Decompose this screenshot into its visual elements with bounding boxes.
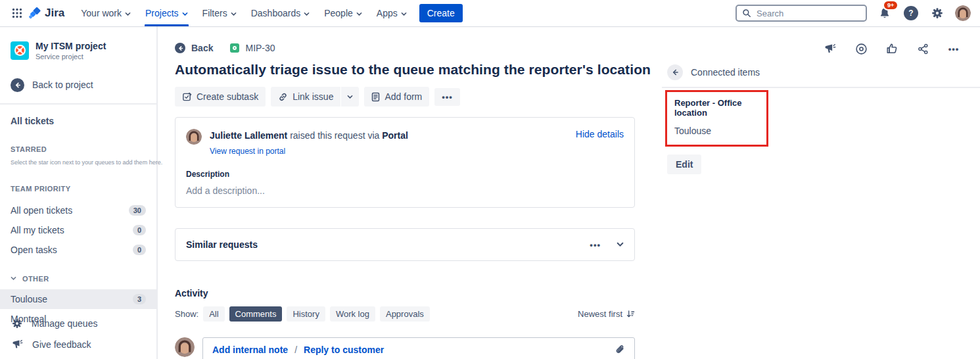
give-feedback[interactable]: Give feedback bbox=[11, 334, 146, 355]
global-search[interactable] bbox=[735, 5, 867, 22]
description-placeholder[interactable]: Add a description... bbox=[186, 185, 624, 196]
divider bbox=[0, 103, 156, 105]
nav-item-dashboards[interactable]: Dashboards bbox=[244, 0, 317, 26]
notifications-bell-icon[interactable]: 9+ bbox=[876, 5, 893, 22]
back-arrow-icon bbox=[11, 78, 24, 92]
settings-gear-icon[interactable] bbox=[929, 5, 946, 22]
link-issue-group: Link issue bbox=[271, 87, 359, 107]
create-subtask-button[interactable]: Create subtask bbox=[175, 87, 266, 107]
give-feedback-label: Give feedback bbox=[32, 339, 91, 350]
jira-logo-text: Jira bbox=[45, 7, 64, 20]
search-icon bbox=[742, 9, 751, 18]
other-section-toggle[interactable]: OTHER bbox=[11, 275, 146, 283]
vote-thumbs-up-icon[interactable] bbox=[885, 42, 898, 55]
attachment-paperclip-icon[interactable] bbox=[615, 345, 625, 355]
issue-title[interactable]: Automatically triage issue to the queue … bbox=[175, 62, 661, 78]
jira-logo[interactable]: Jira bbox=[29, 7, 64, 20]
share-icon[interactable] bbox=[916, 42, 929, 55]
reply-to-customer-link[interactable]: Reply to customer bbox=[304, 345, 384, 355]
nav-item-people[interactable]: People bbox=[317, 0, 369, 26]
sidebar-item-all-tickets[interactable]: All tickets bbox=[11, 116, 146, 126]
sidebar-item-open-tasks[interactable]: Open tasks 0 bbox=[0, 240, 156, 260]
app-switcher-icon[interactable] bbox=[7, 3, 28, 24]
issue-key-breadcrumb[interactable]: MIP-30 bbox=[230, 43, 275, 53]
description-label: Description bbox=[186, 170, 624, 179]
issue-view: Back MIP-30 Automatically triage issue t… bbox=[158, 26, 661, 359]
project-header: My ITSM project Service project bbox=[11, 41, 146, 60]
more-actions-button[interactable]: ••• bbox=[434, 88, 460, 106]
back-to-project-label: Back to project bbox=[32, 80, 93, 90]
link-issue-dropdown[interactable] bbox=[340, 87, 359, 107]
back-arrow-icon bbox=[175, 43, 185, 53]
reporter-avatar[interactable] bbox=[186, 129, 202, 145]
reporter-name: Juliette Lallement bbox=[210, 130, 287, 141]
more-options-icon[interactable]: ••• bbox=[947, 42, 960, 55]
nav-item-projects[interactable]: Projects bbox=[138, 0, 195, 26]
comment-input[interactable]: Add internal note / Reply to customer bbox=[202, 337, 635, 359]
manage-queues[interactable]: Manage queues bbox=[11, 313, 146, 334]
filter-approvals[interactable]: Approvals bbox=[380, 306, 430, 322]
filter-comments[interactable]: Comments bbox=[229, 306, 283, 322]
nav-item-your-work[interactable]: Your work bbox=[74, 0, 138, 26]
nav-item-filters[interactable]: Filters bbox=[195, 0, 244, 26]
add-form-button[interactable]: Add form bbox=[364, 87, 429, 107]
queue-count-badge: 0 bbox=[133, 225, 146, 235]
edit-button[interactable]: Edit bbox=[667, 155, 701, 174]
project-sidebar: My ITSM project Service project Back to … bbox=[0, 26, 158, 359]
current-user-avatar bbox=[175, 337, 195, 357]
similar-requests-more-icon[interactable]: ••• bbox=[590, 241, 601, 249]
panel-back-icon[interactable] bbox=[667, 64, 683, 80]
feedback-megaphone-icon[interactable] bbox=[824, 42, 837, 55]
primary-nav: Your work Projects Filters Dashboards Pe… bbox=[74, 0, 413, 26]
chevron-down-icon[interactable] bbox=[617, 242, 624, 247]
add-internal-note-link[interactable]: Add internal note bbox=[212, 345, 288, 355]
form-icon bbox=[371, 92, 380, 102]
request-origin-text: Juliette Lallement raised this request v… bbox=[210, 129, 408, 143]
issue-type-icon bbox=[230, 43, 239, 53]
request-details-card: Juliette Lallement raised this request v… bbox=[175, 117, 635, 208]
manage-queues-label: Manage queues bbox=[32, 318, 97, 329]
sort-order-control[interactable]: Newest first bbox=[578, 309, 635, 319]
back-button[interactable]: Back bbox=[175, 43, 213, 53]
help-icon[interactable]: ? bbox=[902, 5, 920, 22]
link-icon bbox=[278, 92, 288, 102]
connected-items-title: Connected items bbox=[691, 67, 760, 78]
right-panel: ••• Connected items Reporter - Office lo… bbox=[661, 26, 980, 359]
sidebar-item-all-open-tickets[interactable]: All open tickets 30 bbox=[0, 201, 156, 220]
top-nav: Jira Your work Projects Filters Dashboar… bbox=[0, 0, 980, 26]
issue-actions: ••• bbox=[661, 42, 980, 55]
divider bbox=[11, 306, 146, 308]
filter-work-log[interactable]: Work log bbox=[330, 306, 375, 322]
back-to-project[interactable]: Back to project bbox=[11, 78, 146, 92]
filter-all[interactable]: All bbox=[203, 306, 224, 322]
queue-count-badge: 0 bbox=[133, 245, 146, 255]
chevron-down-icon bbox=[11, 276, 16, 281]
project-name: My ITSM project bbox=[35, 41, 106, 52]
search-input[interactable] bbox=[757, 9, 849, 18]
watch-eye-icon[interactable] bbox=[854, 42, 868, 55]
jira-logo-icon bbox=[29, 7, 41, 20]
sidebar-item-all-my-tickets[interactable]: All my tickets 0 bbox=[0, 220, 156, 240]
megaphone-icon bbox=[12, 339, 23, 350]
project-type: Service project bbox=[35, 53, 106, 60]
user-avatar[interactable] bbox=[955, 5, 971, 21]
gear-icon bbox=[12, 318, 22, 329]
link-issue-button[interactable]: Link issue bbox=[271, 87, 340, 107]
issue-toolbar: Create subtask Link issue Add form bbox=[175, 87, 661, 107]
activity-title: Activity bbox=[175, 288, 661, 299]
activity-filters: Show: All Comments History Work log Appr… bbox=[175, 306, 635, 322]
chevron-down-icon bbox=[125, 12, 131, 16]
filter-history[interactable]: History bbox=[287, 306, 325, 322]
chevron-down-icon bbox=[356, 12, 362, 16]
chevron-down-icon bbox=[182, 12, 188, 16]
issue-key: MIP-30 bbox=[245, 43, 275, 53]
divider bbox=[662, 87, 980, 88]
notification-count-badge: 9+ bbox=[883, 0, 898, 11]
starred-hint: Select the star icon next to your queues… bbox=[11, 159, 146, 166]
hide-details-link[interactable]: Hide details bbox=[576, 129, 624, 139]
nav-item-apps[interactable]: Apps bbox=[369, 0, 414, 26]
breadcrumb: Back MIP-30 bbox=[175, 43, 661, 53]
field-value[interactable]: Toulouse bbox=[674, 126, 759, 136]
view-request-in-portal-link[interactable]: View request in portal bbox=[210, 147, 285, 156]
create-button[interactable]: Create bbox=[419, 4, 463, 22]
